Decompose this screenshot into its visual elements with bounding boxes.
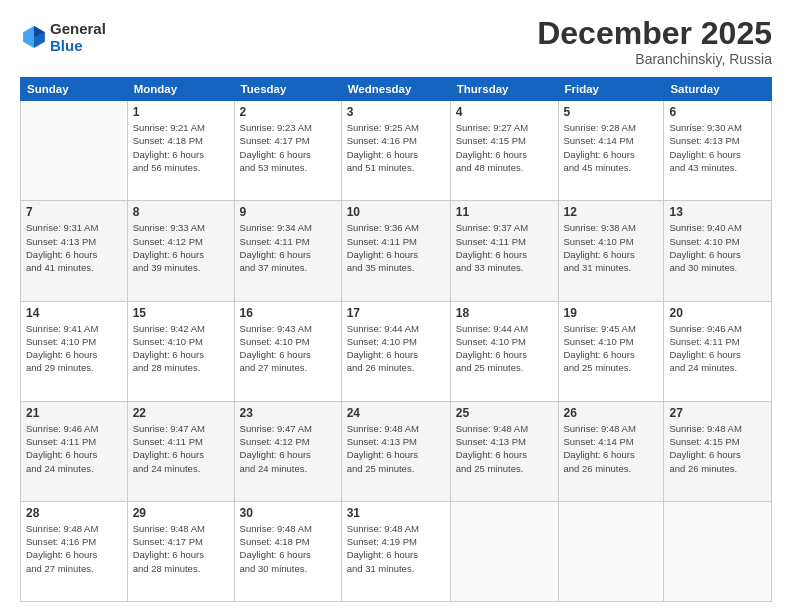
day-info: Sunrise: 9:48 AM Sunset: 4:18 PM Dayligh… — [240, 522, 336, 575]
day-number: 25 — [456, 406, 553, 420]
table-row: 10Sunrise: 9:36 AM Sunset: 4:11 PM Dayli… — [341, 201, 450, 301]
day-number: 20 — [669, 306, 766, 320]
day-info: Sunrise: 9:48 AM Sunset: 4:19 PM Dayligh… — [347, 522, 445, 575]
day-number: 23 — [240, 406, 336, 420]
table-row: 1Sunrise: 9:21 AM Sunset: 4:18 PM Daylig… — [127, 101, 234, 201]
header-monday: Monday — [127, 78, 234, 101]
table-row: 8Sunrise: 9:33 AM Sunset: 4:12 PM Daylig… — [127, 201, 234, 301]
day-info: Sunrise: 9:44 AM Sunset: 4:10 PM Dayligh… — [347, 322, 445, 375]
header-friday: Friday — [558, 78, 664, 101]
day-info: Sunrise: 9:48 AM Sunset: 4:15 PM Dayligh… — [669, 422, 766, 475]
table-row: 13Sunrise: 9:40 AM Sunset: 4:10 PM Dayli… — [664, 201, 772, 301]
table-row: 18Sunrise: 9:44 AM Sunset: 4:10 PM Dayli… — [450, 301, 558, 401]
header: General Blue December 2025 Baranchinskiy… — [20, 16, 772, 67]
svg-marker-1 — [23, 26, 34, 48]
day-info: Sunrise: 9:48 AM Sunset: 4:17 PM Dayligh… — [133, 522, 229, 575]
table-row: 14Sunrise: 9:41 AM Sunset: 4:10 PM Dayli… — [21, 301, 128, 401]
header-thursday: Thursday — [450, 78, 558, 101]
day-number: 21 — [26, 406, 122, 420]
day-number: 13 — [669, 205, 766, 219]
location-subtitle: Baranchinskiy, Russia — [537, 51, 772, 67]
calendar-page: General Blue December 2025 Baranchinskiy… — [0, 0, 792, 612]
table-row: 5Sunrise: 9:28 AM Sunset: 4:14 PM Daylig… — [558, 101, 664, 201]
day-number: 7 — [26, 205, 122, 219]
table-row: 17Sunrise: 9:44 AM Sunset: 4:10 PM Dayli… — [341, 301, 450, 401]
table-row: 7Sunrise: 9:31 AM Sunset: 4:13 PM Daylig… — [21, 201, 128, 301]
day-number: 24 — [347, 406, 445, 420]
day-info: Sunrise: 9:36 AM Sunset: 4:11 PM Dayligh… — [347, 221, 445, 274]
day-number: 8 — [133, 205, 229, 219]
calendar-week-row: 21Sunrise: 9:46 AM Sunset: 4:11 PM Dayli… — [21, 401, 772, 501]
day-info: Sunrise: 9:25 AM Sunset: 4:16 PM Dayligh… — [347, 121, 445, 174]
table-row: 29Sunrise: 9:48 AM Sunset: 4:17 PM Dayli… — [127, 501, 234, 601]
day-number: 26 — [564, 406, 659, 420]
day-number: 16 — [240, 306, 336, 320]
day-info: Sunrise: 9:28 AM Sunset: 4:14 PM Dayligh… — [564, 121, 659, 174]
header-wednesday: Wednesday — [341, 78, 450, 101]
header-saturday: Saturday — [664, 78, 772, 101]
calendar-table: Sunday Monday Tuesday Wednesday Thursday… — [20, 77, 772, 602]
day-info: Sunrise: 9:37 AM Sunset: 4:11 PM Dayligh… — [456, 221, 553, 274]
table-row: 3Sunrise: 9:25 AM Sunset: 4:16 PM Daylig… — [341, 101, 450, 201]
day-number: 3 — [347, 105, 445, 119]
table-row: 20Sunrise: 9:46 AM Sunset: 4:11 PM Dayli… — [664, 301, 772, 401]
table-row: 9Sunrise: 9:34 AM Sunset: 4:11 PM Daylig… — [234, 201, 341, 301]
logo-icon — [20, 23, 48, 51]
day-number: 19 — [564, 306, 659, 320]
day-number: 30 — [240, 506, 336, 520]
table-row — [450, 501, 558, 601]
day-info: Sunrise: 9:47 AM Sunset: 4:12 PM Dayligh… — [240, 422, 336, 475]
table-row: 22Sunrise: 9:47 AM Sunset: 4:11 PM Dayli… — [127, 401, 234, 501]
calendar-week-row: 7Sunrise: 9:31 AM Sunset: 4:13 PM Daylig… — [21, 201, 772, 301]
day-info: Sunrise: 9:40 AM Sunset: 4:10 PM Dayligh… — [669, 221, 766, 274]
day-number: 18 — [456, 306, 553, 320]
table-row: 4Sunrise: 9:27 AM Sunset: 4:15 PM Daylig… — [450, 101, 558, 201]
day-number: 11 — [456, 205, 553, 219]
table-row — [558, 501, 664, 601]
day-number: 27 — [669, 406, 766, 420]
day-info: Sunrise: 9:31 AM Sunset: 4:13 PM Dayligh… — [26, 221, 122, 274]
day-number: 28 — [26, 506, 122, 520]
table-row: 28Sunrise: 9:48 AM Sunset: 4:16 PM Dayli… — [21, 501, 128, 601]
weekday-header-row: Sunday Monday Tuesday Wednesday Thursday… — [21, 78, 772, 101]
day-number: 17 — [347, 306, 445, 320]
day-info: Sunrise: 9:34 AM Sunset: 4:11 PM Dayligh… — [240, 221, 336, 274]
day-info: Sunrise: 9:42 AM Sunset: 4:10 PM Dayligh… — [133, 322, 229, 375]
day-number: 22 — [133, 406, 229, 420]
day-info: Sunrise: 9:23 AM Sunset: 4:17 PM Dayligh… — [240, 121, 336, 174]
day-number: 2 — [240, 105, 336, 119]
day-info: Sunrise: 9:33 AM Sunset: 4:12 PM Dayligh… — [133, 221, 229, 274]
day-number: 12 — [564, 205, 659, 219]
day-info: Sunrise: 9:38 AM Sunset: 4:10 PM Dayligh… — [564, 221, 659, 274]
day-info: Sunrise: 9:48 AM Sunset: 4:13 PM Dayligh… — [456, 422, 553, 475]
table-row: 16Sunrise: 9:43 AM Sunset: 4:10 PM Dayli… — [234, 301, 341, 401]
day-info: Sunrise: 9:27 AM Sunset: 4:15 PM Dayligh… — [456, 121, 553, 174]
day-number: 15 — [133, 306, 229, 320]
calendar-week-row: 14Sunrise: 9:41 AM Sunset: 4:10 PM Dayli… — [21, 301, 772, 401]
table-row: 25Sunrise: 9:48 AM Sunset: 4:13 PM Dayli… — [450, 401, 558, 501]
header-tuesday: Tuesday — [234, 78, 341, 101]
calendar-week-row: 28Sunrise: 9:48 AM Sunset: 4:16 PM Dayli… — [21, 501, 772, 601]
day-number: 4 — [456, 105, 553, 119]
table-row: 12Sunrise: 9:38 AM Sunset: 4:10 PM Dayli… — [558, 201, 664, 301]
day-info: Sunrise: 9:44 AM Sunset: 4:10 PM Dayligh… — [456, 322, 553, 375]
table-row — [21, 101, 128, 201]
day-info: Sunrise: 9:48 AM Sunset: 4:16 PM Dayligh… — [26, 522, 122, 575]
day-number: 31 — [347, 506, 445, 520]
day-number: 1 — [133, 105, 229, 119]
day-number: 9 — [240, 205, 336, 219]
day-info: Sunrise: 9:21 AM Sunset: 4:18 PM Dayligh… — [133, 121, 229, 174]
table-row: 30Sunrise: 9:48 AM Sunset: 4:18 PM Dayli… — [234, 501, 341, 601]
table-row: 19Sunrise: 9:45 AM Sunset: 4:10 PM Dayli… — [558, 301, 664, 401]
day-info: Sunrise: 9:46 AM Sunset: 4:11 PM Dayligh… — [669, 322, 766, 375]
day-number: 14 — [26, 306, 122, 320]
table-row: 24Sunrise: 9:48 AM Sunset: 4:13 PM Dayli… — [341, 401, 450, 501]
day-info: Sunrise: 9:43 AM Sunset: 4:10 PM Dayligh… — [240, 322, 336, 375]
day-info: Sunrise: 9:46 AM Sunset: 4:11 PM Dayligh… — [26, 422, 122, 475]
day-info: Sunrise: 9:41 AM Sunset: 4:10 PM Dayligh… — [26, 322, 122, 375]
day-info: Sunrise: 9:45 AM Sunset: 4:10 PM Dayligh… — [564, 322, 659, 375]
table-row: 15Sunrise: 9:42 AM Sunset: 4:10 PM Dayli… — [127, 301, 234, 401]
table-row: 27Sunrise: 9:48 AM Sunset: 4:15 PM Dayli… — [664, 401, 772, 501]
day-number: 6 — [669, 105, 766, 119]
table-row: 23Sunrise: 9:47 AM Sunset: 4:12 PM Dayli… — [234, 401, 341, 501]
